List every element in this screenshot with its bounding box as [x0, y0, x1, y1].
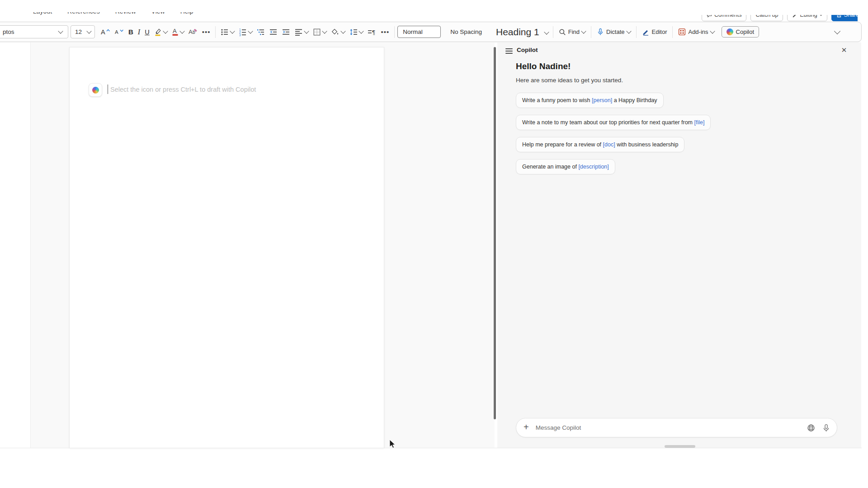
shrink-font-button[interactable]: A [113, 25, 126, 39]
paragraph-marks-icon: ¶ [368, 28, 376, 36]
suggestion-text: Write a note to my team about our top pr… [522, 119, 694, 126]
shading-button[interactable] [329, 25, 347, 39]
numbered-list-button[interactable]: 123 [236, 25, 255, 39]
close-icon[interactable]: ✕ [839, 45, 849, 55]
decrease-indent-icon [269, 28, 278, 36]
find-button[interactable]: Find [556, 28, 588, 36]
chevron-down-icon [359, 28, 364, 33]
draft-placeholder-text: Select the icon or press Ctrl+L to draft… [110, 86, 256, 93]
shrink-font-icon: A [115, 28, 124, 36]
copilot-toolbar-button[interactable]: Copilot [722, 26, 759, 38]
increase-indent-icon [282, 28, 290, 36]
decrease-indent-button[interactable] [267, 25, 280, 39]
chevron-down-icon [304, 28, 309, 33]
italic-button[interactable]: I [136, 25, 142, 39]
clear-formatting-button[interactable]: Ab [186, 25, 200, 39]
font-color-icon: A [172, 28, 179, 36]
edit-mode-icon [792, 15, 797, 18]
microphone-icon [597, 28, 604, 36]
search-icon [559, 28, 566, 36]
chevron-down-icon [248, 28, 253, 33]
menu-item-view[interactable]: View [151, 12, 165, 15]
menu-item-help[interactable]: Help [180, 12, 193, 15]
ellipsis-icon: ••• [202, 28, 211, 36]
more-font-options-button[interactable]: ••• [200, 25, 213, 39]
content-bottom-edge [0, 448, 862, 448]
dictate-label: Dictate [606, 28, 624, 35]
suggestion-token: [person] [592, 97, 612, 103]
suggestion-chip[interactable]: Write a funny poem to wish [person] a Ha… [516, 93, 664, 108]
editor-button[interactable]: Editor [639, 28, 670, 36]
horizontal-scrollbar-thumb[interactable] [665, 445, 695, 448]
align-left-icon [295, 28, 303, 36]
borders-button[interactable] [311, 25, 329, 39]
document-page[interactable]: Select the icon or press Ctrl+L to draft… [69, 47, 384, 448]
multilevel-list-button[interactable] [255, 25, 267, 39]
copilot-draft-button[interactable] [89, 83, 102, 97]
line-spacing-button[interactable] [347, 25, 365, 39]
highlight-button[interactable] [152, 25, 170, 39]
find-label: Find [568, 28, 580, 35]
svg-text:A: A [189, 28, 193, 35]
suggestion-text: a Happy Birthday [612, 97, 657, 103]
message-copilot-input[interactable]: + Message Copilot [516, 418, 837, 437]
underline-button[interactable]: U [142, 25, 151, 39]
font-name-combobox[interactable]: ptos [0, 25, 68, 38]
pane-divider[interactable] [494, 47, 496, 419]
ribbon-collapse-chevron-icon[interactable] [834, 28, 840, 34]
chevron-down-icon [163, 28, 168, 33]
addins-button[interactable]: Add-ins [675, 28, 717, 36]
editing-button[interactable]: Editing [787, 15, 827, 21]
chevron-down-icon [819, 15, 822, 16]
catch-up-button[interactable]: Catch up [750, 15, 783, 21]
suggestion-text: Write a funny poem to wish [522, 97, 592, 103]
web-globe-icon[interactable] [807, 424, 815, 432]
text-cursor [108, 84, 108, 94]
paragraph-marks-button[interactable]: ¶ [365, 25, 378, 39]
suggestion-chip[interactable]: Help me prepare for a review of [doc] wi… [516, 137, 684, 152]
grow-font-button[interactable]: A [99, 25, 113, 39]
svg-text:A: A [101, 28, 105, 36]
increase-indent-button[interactable] [280, 25, 292, 39]
suggestion-text: with business leadership [615, 141, 679, 148]
greeting-heading: Hello Nadine! [516, 61, 571, 71]
suggestion-chip[interactable]: Generate an image of [description] [516, 159, 615, 174]
svg-text:¶: ¶ [372, 29, 375, 36]
share-label: Share [844, 15, 858, 18]
align-button[interactable] [292, 25, 311, 39]
font-color-button[interactable]: A [170, 25, 186, 39]
add-content-icon[interactable]: + [524, 422, 529, 432]
menu-item-review[interactable]: Review [115, 12, 136, 15]
panel-menu-button[interactable] [505, 48, 513, 54]
more-paragraph-options-button[interactable]: ••• [378, 25, 392, 39]
suggestion-text: Generate an image of [522, 164, 578, 170]
dictate-button[interactable]: Dictate [594, 28, 633, 36]
input-placeholder: Message Copilot [536, 424, 581, 431]
style-heading1[interactable]: Heading 1 [493, 27, 542, 38]
chevron-down-icon [581, 28, 586, 33]
menu-item-layout[interactable]: Layout [33, 12, 52, 15]
microphone-icon[interactable] [823, 424, 830, 432]
borders-icon [313, 28, 321, 36]
bullet-list-icon [221, 28, 229, 36]
styles-gallery-chevron-icon[interactable] [544, 29, 549, 34]
comments-button[interactable]: Comments [702, 15, 746, 21]
chevron-down-icon [86, 28, 91, 33]
ellipsis-icon: ••• [381, 28, 389, 36]
clear-formatting-icon: Ab [189, 28, 198, 36]
greeting-subtitle: Here are some ideas to get you started. [516, 77, 623, 84]
chevron-down-icon [230, 28, 235, 33]
svg-text:A: A [115, 29, 118, 35]
menu-item-references[interactable]: References [67, 12, 100, 15]
bold-button[interactable]: B [126, 25, 136, 39]
bullet-list-button[interactable] [218, 25, 236, 39]
style-no-spacing[interactable]: No Spacing [445, 26, 487, 38]
catch-up-label: Catch up [755, 15, 778, 18]
share-icon [836, 15, 842, 18]
font-size-combobox[interactable]: 12 [71, 25, 95, 38]
suggestion-chip[interactable]: Write a note to my team about our top pr… [516, 115, 711, 130]
share-button[interactable]: Share [831, 15, 858, 21]
style-normal[interactable]: Normal [397, 26, 441, 38]
copilot-logo-icon [92, 87, 99, 94]
chevron-down-icon [626, 28, 631, 33]
